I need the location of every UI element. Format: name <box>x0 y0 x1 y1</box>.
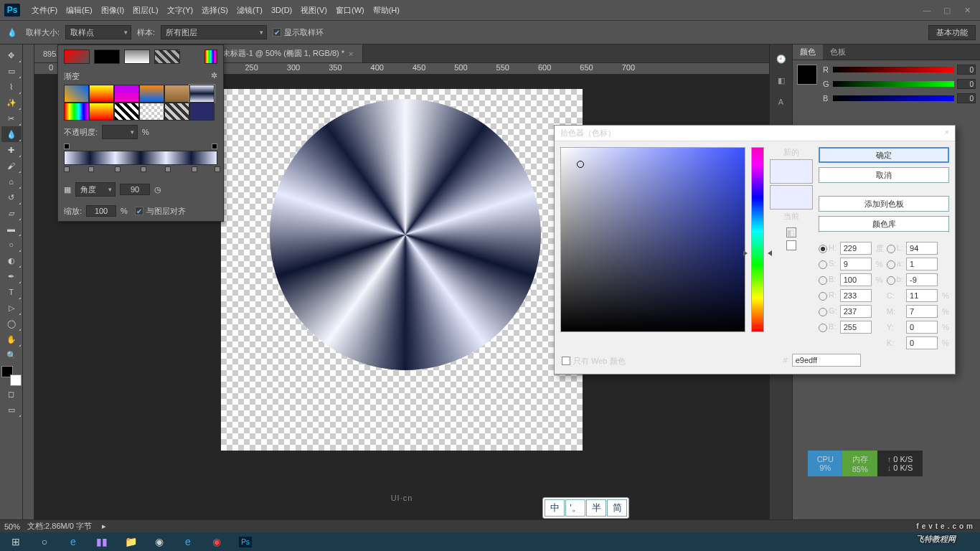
gradient-bar[interactable] <box>64 151 217 165</box>
menu-edit[interactable]: 编辑(E) <box>62 2 97 19</box>
close-icon[interactable]: × <box>349 50 353 58</box>
tool-pen[interactable]: ✒ <box>1 268 22 284</box>
preset[interactable] <box>164 103 189 121</box>
preset[interactable] <box>64 103 89 121</box>
menu-type[interactable]: 文字(Y) <box>163 2 198 19</box>
ime-half[interactable]: 半 <box>586 499 606 517</box>
opacity-dropdown[interactable] <box>102 125 138 139</box>
tool-gradient[interactable]: ▬ <box>1 221 22 237</box>
ime-punct[interactable]: '。 <box>565 499 585 517</box>
color-stop[interactable] <box>165 166 171 172</box>
tb-explorer[interactable]: 📁 <box>118 533 143 550</box>
tool-stamp[interactable]: ⌂ <box>1 174 22 189</box>
grad-style-4[interactable] <box>154 50 180 64</box>
r-slider[interactable] <box>833 67 954 72</box>
tb-photoshop[interactable]: Ps <box>232 533 258 550</box>
bc-input[interactable] <box>840 321 872 334</box>
tool-dodge[interactable]: ◐ <box>1 253 22 268</box>
tool-heal[interactable]: ✚ <box>1 142 22 158</box>
tool-blur[interactable]: ○ <box>1 237 22 253</box>
spectrum-icon[interactable] <box>204 50 217 64</box>
tab-color[interactable]: 颜色 <box>793 44 823 60</box>
s-input[interactable] <box>840 258 872 270</box>
grad-style-1[interactable] <box>64 50 90 64</box>
grad-style-3[interactable] <box>124 50 150 64</box>
ime-bar[interactable]: 中 '。 半 简 <box>542 497 629 519</box>
saturation-brightness-field[interactable] <box>560 147 745 332</box>
radio-bc[interactable] <box>819 324 827 332</box>
radio-g[interactable] <box>819 308 827 316</box>
b-slider[interactable] <box>833 95 954 101</box>
hue-slider[interactable] <box>751 147 764 332</box>
menu-filter[interactable]: 滤镜(T) <box>232 2 267 19</box>
angle-input[interactable] <box>120 184 150 195</box>
tool-marquee[interactable]: ▭ <box>1 63 22 79</box>
eyedropper-icon[interactable]: 💧 <box>4 24 20 40</box>
show-ring-checkbox[interactable]: ✔显示取样环 <box>273 27 324 38</box>
hex-input[interactable] <box>792 354 861 367</box>
l-input[interactable] <box>906 242 938 255</box>
radio-a[interactable] <box>887 260 895 269</box>
k-input[interactable] <box>906 336 938 349</box>
g-input[interactable] <box>957 79 976 89</box>
window-close[interactable]: ✕ <box>958 4 976 16</box>
color-stop[interactable] <box>141 166 146 172</box>
angle-dial-icon[interactable]: ◷ <box>154 185 161 194</box>
tool-brush[interactable]: 🖌 <box>1 158 22 174</box>
tb-search[interactable]: ○ <box>32 533 57 550</box>
radio-lab-b[interactable] <box>887 276 895 285</box>
tool-move[interactable]: ✥ <box>1 47 22 63</box>
preset[interactable] <box>114 103 139 121</box>
color-stop[interactable] <box>88 166 94 172</box>
character-icon[interactable]: A <box>773 93 790 110</box>
cancel-button[interactable]: 取消 <box>819 167 949 183</box>
radio-l[interactable] <box>887 245 895 253</box>
tool-wand[interactable]: ✨ <box>1 95 22 110</box>
menu-image[interactable]: 图像(I) <box>97 2 128 19</box>
hue-cursor[interactable] <box>748 250 768 257</box>
properties-icon[interactable]: ◧ <box>773 72 790 89</box>
menu-file[interactable]: 文件(F) <box>27 2 62 19</box>
tool-hand[interactable]: ✋ <box>1 331 22 347</box>
workspace-switcher[interactable]: 基本功能 <box>928 25 976 40</box>
preset[interactable] <box>89 85 114 103</box>
r-input[interactable] <box>957 65 976 75</box>
tb-ie[interactable]: e <box>175 533 201 550</box>
tool-type[interactable]: T <box>1 284 22 300</box>
tb-music[interactable]: ◉ <box>204 533 230 550</box>
y-input[interactable] <box>906 321 938 334</box>
h-input[interactable] <box>840 242 872 255</box>
history-icon[interactable]: 🕘 <box>773 50 790 67</box>
gradient-menu-icon[interactable]: ✲ <box>211 71 217 82</box>
menu-window[interactable]: 窗口(W) <box>331 2 369 19</box>
add-swatch-button[interactable]: 添加到色板 <box>819 196 949 212</box>
tool-screen-mode[interactable]: ▭ <box>1 402 22 418</box>
bv-input[interactable] <box>840 273 872 286</box>
menu-select[interactable]: 选择(S) <box>197 2 232 19</box>
web-only-checkbox[interactable]: 只有 Web 颜色 <box>562 356 626 367</box>
preset[interactable] <box>139 103 164 121</box>
tb-edge[interactable]: e <box>60 533 86 550</box>
preset[interactable] <box>139 85 164 103</box>
r-input[interactable] <box>840 289 872 302</box>
gradient-style-dropdown[interactable]: 角度 <box>75 182 116 197</box>
preset-selected[interactable] <box>189 85 215 103</box>
document-tab-2[interactable]: 未标题-1 @ 50% (椭圆 1, RGB/8) *× <box>214 44 363 62</box>
preset[interactable] <box>114 85 139 103</box>
color-stop[interactable] <box>192 166 197 172</box>
zoom-level[interactable]: 50% <box>4 522 20 531</box>
color-swatch[interactable] <box>797 65 817 85</box>
radio-h[interactable] <box>819 245 827 253</box>
color-stop[interactable] <box>64 166 70 172</box>
b-input[interactable] <box>957 93 976 103</box>
tool-eraser[interactable]: ▱ <box>1 205 22 221</box>
menu-layer[interactable]: 图层(L) <box>128 2 162 19</box>
tb-vs[interactable]: ▮▮ <box>89 533 115 550</box>
sample-size-dropdown[interactable]: 取样点 <box>65 25 131 39</box>
status-arrow-icon[interactable]: ▸ <box>102 522 106 531</box>
radio-r[interactable] <box>819 292 827 301</box>
c-input[interactable] <box>906 289 938 302</box>
preset[interactable] <box>64 85 89 103</box>
preset[interactable] <box>189 103 215 121</box>
tool-path-select[interactable]: ▷ <box>1 300 22 316</box>
